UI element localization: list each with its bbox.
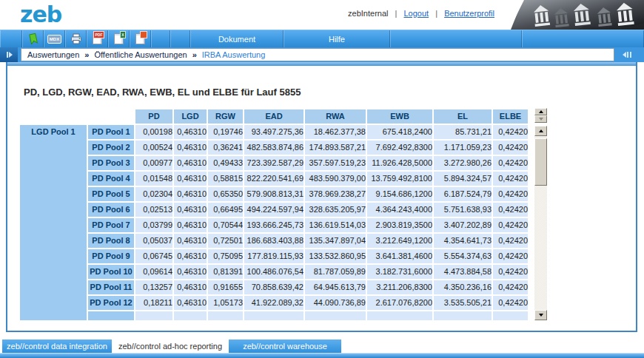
- value-cell: 482.583.874,86: [244, 141, 303, 155]
- table-row: PD Pool 20,005240,463100,36241482.583.87…: [20, 141, 528, 155]
- value-cell: 1,05173: [208, 296, 243, 310]
- pd-pool-row-header[interactable]: PD Pool 7: [88, 218, 134, 232]
- lgd-pool-group-cell[interactable]: LGD Pool 1: [20, 125, 87, 320]
- value-cell: [244, 311, 303, 320]
- breadcrumb-item-auswertungen[interactable]: Auswertungen: [27, 50, 79, 59]
- breadcrumb-item-irba-auswertung[interactable]: IRBA Auswertung: [202, 50, 266, 59]
- breadcrumb-item-oeffentliche-auswertungen[interactable]: Öffentliche Auswertungen: [94, 50, 187, 59]
- value-cell: 93.497.275,36: [244, 125, 303, 139]
- value-cell: 3.211.206,8300: [367, 280, 432, 294]
- value-cell: 0,46310: [174, 234, 207, 248]
- table-row: PD Pool 50,023040,463100,65350579.908.81…: [20, 187, 528, 201]
- value-cell: 0,36241: [208, 141, 243, 155]
- scroll-up-button[interactable]: [534, 126, 547, 136]
- value-cell: 494.224.597,94: [244, 203, 303, 217]
- value-cell: 0,46310: [174, 156, 207, 170]
- pd-pool-row-header[interactable]: PD Pool 2: [88, 141, 134, 155]
- tab-data-integration[interactable]: zeb//control data integration: [2, 340, 112, 353]
- table-row: PD Pool 30,009770,463100,49433723.392.58…: [20, 156, 528, 170]
- column-header-rwa[interactable]: RWA: [305, 109, 366, 124]
- footer-strip: [0, 353, 644, 358]
- bookmark-icon[interactable]: [22, 30, 44, 47]
- scroll-down-button[interactable]: [534, 310, 547, 320]
- zeb-logo: zeb: [20, 0, 61, 30]
- value-cell: 0,42420: [493, 218, 528, 232]
- breadcrumb-separator: »: [192, 50, 197, 59]
- value-cell: 0,01548: [135, 172, 172, 186]
- value-cell: 0,46310: [174, 296, 207, 310]
- menu-dokument[interactable]: Dokument: [190, 30, 284, 47]
- page-up-button[interactable]: [534, 108, 547, 115]
- value-cell: 0,46310: [174, 265, 207, 279]
- column-header-ead[interactable]: EAD: [244, 109, 303, 124]
- scroll-up-icon: [539, 129, 543, 132]
- column-header-el[interactable]: EL: [434, 109, 492, 124]
- value-cell: 41.922.089,32: [244, 296, 303, 310]
- export-pdf-icon[interactable]: PDF: [87, 30, 108, 47]
- column-header-rgw[interactable]: RGW: [208, 109, 243, 124]
- value-cell: 0,42420: [493, 172, 528, 186]
- export-ppt-icon[interactable]: [130, 30, 151, 47]
- value-cell: 0,42420: [493, 125, 528, 139]
- user-profile-link[interactable]: Benutzerprofil: [444, 9, 494, 18]
- pd-pool-row-header[interactable]: PD Pool 3: [88, 156, 134, 170]
- report-table-viewport: PD LGD RGW EAD RWA EWB EL ELBE LGD Pool …: [19, 108, 533, 320]
- pd-pool-row-header[interactable]: [88, 311, 134, 320]
- value-cell: 81.787.059,89: [305, 265, 366, 279]
- value-cell: 3.535.505,21: [434, 296, 492, 310]
- expand-sidebar-button[interactable]: [0, 47, 18, 62]
- value-cell: 0,70544: [208, 218, 243, 232]
- value-cell: 0,72501: [208, 234, 243, 248]
- column-header-elbe[interactable]: ELBE: [493, 109, 528, 124]
- table-body: LGD Pool 1PD Pool 10,001980,463100,19746…: [20, 125, 528, 320]
- breadcrumb: Auswertungen » Öffentliche Auswertungen …: [21, 48, 614, 61]
- pd-pool-row-header[interactable]: PD Pool 5: [88, 187, 134, 201]
- print-icon[interactable]: [65, 30, 87, 47]
- value-cell: 0,42420: [493, 156, 528, 170]
- collapse-panel-button[interactable]: [615, 47, 639, 62]
- toolbar-spacer: [170, 30, 190, 47]
- value-cell: 357.597.519,23: [305, 156, 366, 170]
- vertical-scrollbar[interactable]: [534, 126, 547, 320]
- column-header-ewb[interactable]: EWB: [367, 109, 432, 124]
- table-row: PD Pool 40,015480,463100,58815822.220.54…: [20, 172, 528, 186]
- pd-pool-row-header[interactable]: PD Pool 8: [88, 234, 134, 248]
- pd-pool-row-header[interactable]: PD Pool 1: [88, 125, 134, 139]
- toolbar-spacer: [522, 30, 644, 47]
- value-cell: 133.532.860,95: [305, 249, 366, 263]
- page-up-icon: [539, 110, 543, 113]
- export-excel-icon[interactable]: X: [108, 30, 130, 47]
- value-cell: 0,42420: [493, 280, 528, 294]
- logout-link[interactable]: Logout: [403, 9, 429, 18]
- page-down-button[interactable]: [534, 115, 547, 123]
- pd-pool-row-header[interactable]: PD Pool 9: [88, 249, 134, 263]
- pd-pool-row-header[interactable]: PD Pool 4: [88, 172, 134, 186]
- scrollbar-thumb[interactable]: [534, 138, 547, 186]
- table-header-row: PD LGD RGW EAD RWA EWB EL ELBE: [20, 109, 528, 124]
- mdx-icon[interactable]: MDX: [44, 30, 65, 47]
- value-cell: 723.392.587,29: [244, 156, 303, 170]
- value-cell: 11.926.428,5000: [367, 156, 432, 170]
- column-header-pd[interactable]: PD: [135, 109, 172, 124]
- pd-pool-row-header[interactable]: PD Pool 10: [88, 265, 134, 279]
- value-cell: [135, 311, 172, 320]
- menu-hilfe[interactable]: Hilfe: [284, 30, 390, 47]
- column-header-lgd[interactable]: LGD: [174, 109, 207, 124]
- pd-pool-row-header[interactable]: PD Pool 12: [88, 296, 134, 310]
- expand-icon: [9, 52, 13, 58]
- pd-pool-row-header[interactable]: PD Pool 11: [88, 280, 134, 294]
- value-cell: 44.090.736,89: [305, 296, 366, 310]
- value-cell: 0,91655: [208, 280, 243, 294]
- value-cell: 0,18211: [135, 296, 172, 310]
- tab-warehouse[interactable]: zeb//control warehouse: [229, 340, 341, 353]
- pd-pool-row-header[interactable]: PD Pool 6: [88, 203, 134, 217]
- value-cell: 0,65350: [208, 187, 243, 201]
- value-cell: 5.894.324,57: [434, 172, 492, 186]
- value-cell: 0,42420: [493, 141, 528, 155]
- value-cell: 378.969.238,27: [305, 187, 366, 201]
- value-cell: 100.486.076,54: [244, 265, 303, 279]
- table-corner: [20, 109, 134, 124]
- value-cell: 579.908.813,31: [244, 187, 303, 201]
- tab-ad-hoc-reporting[interactable]: zeb//control ad-hoc reporting: [114, 340, 227, 353]
- table-scrollbar-area: [534, 108, 547, 320]
